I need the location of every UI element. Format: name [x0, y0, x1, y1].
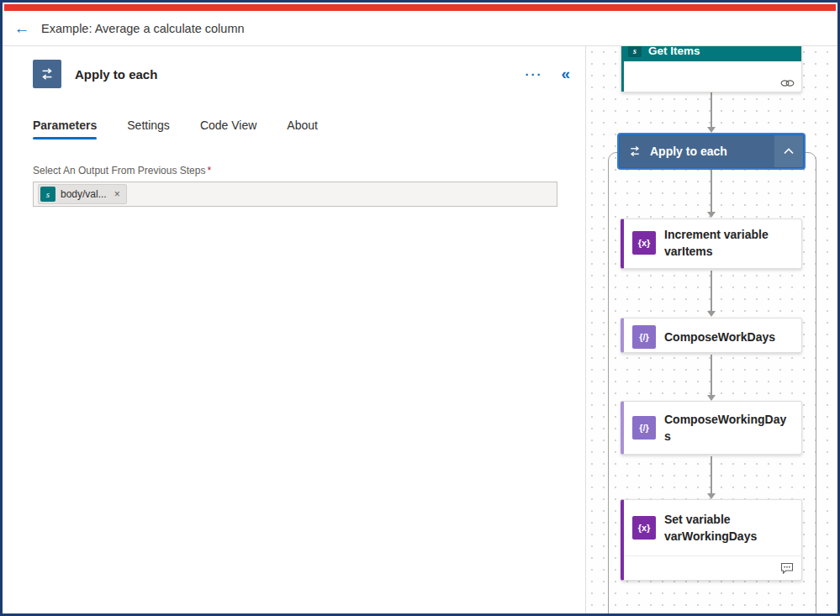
- tab-code-view[interactable]: Code View: [200, 118, 256, 140]
- connector-arrow: [711, 271, 712, 311]
- app-window: ← Example: Average a calculate column Ap…: [0, 0, 840, 616]
- collapse-pane-icon[interactable]: «: [561, 65, 570, 83]
- compose-icon: {/}: [632, 325, 656, 349]
- required-asterisk: *: [207, 165, 211, 176]
- node-row: {x} Increment variable varItems: [624, 219, 801, 267]
- node-compose-work-days[interactable]: {/} ComposeWorkDays: [621, 318, 802, 353]
- sharepoint-token-icon: s: [40, 187, 55, 202]
- loop-icon: [628, 145, 642, 158]
- action-editor-pane: Apply to each ··· « Parameters Settings …: [3, 46, 586, 613]
- token-text: body/val...: [61, 188, 107, 200]
- more-options-icon[interactable]: ···: [525, 67, 542, 82]
- node-apply-to-each[interactable]: Apply to each: [619, 134, 804, 168]
- connector-arrow: [711, 456, 712, 493]
- loop-icon: [40, 66, 55, 82]
- token-close-icon[interactable]: ×: [114, 188, 120, 200]
- header-controls: ··· «: [525, 65, 573, 83]
- comment-icon[interactable]: [780, 562, 794, 574]
- node-row: {/} ComposeWorkingDays: [624, 402, 801, 454]
- back-button[interactable]: ←: [3, 20, 41, 36]
- node-get-items[interactable]: s Get Items: [621, 46, 802, 92]
- main-body: Apply to each ··· « Parameters Settings …: [3, 46, 837, 613]
- dynamic-content-token[interactable]: s body/val... ×: [38, 184, 127, 204]
- node-title: ComposeWorkingDays: [664, 411, 790, 445]
- action-header: Apply to each ··· «: [33, 60, 573, 88]
- variable-icon: {x}: [632, 231, 656, 255]
- editor-tabs: Parameters Settings Code View About: [33, 118, 573, 140]
- collapse-scope-button[interactable]: [774, 135, 803, 167]
- node-title: Set variable varWorkingDays: [664, 511, 790, 545]
- app-header: ← Example: Average a calculate column: [3, 11, 837, 46]
- compose-icon: {/}: [632, 416, 656, 440]
- page-title: Example: Average a calculate column: [41, 22, 245, 35]
- output-select-input[interactable]: s body/val... ×: [33, 182, 557, 207]
- flow-canvas: s Get Items: [586, 46, 837, 613]
- node-title: Increment variable varItems: [664, 226, 795, 261]
- apply-to-each-title: Apply to each: [650, 145, 727, 158]
- get-items-body: [621, 61, 801, 92]
- get-items-title: Get Items: [648, 46, 700, 57]
- node-set-variable[interactable]: {x} Set variable varWorkingDays: [621, 499, 802, 581]
- apply-to-each-icon: [33, 60, 61, 88]
- field-label: Select An Output From Previous Steps*: [33, 165, 573, 176]
- get-items-header: s Get Items: [621, 46, 801, 61]
- tab-about[interactable]: About: [287, 118, 318, 140]
- node-compose-working-days[interactable]: {/} ComposeWorkingDays: [621, 401, 802, 455]
- connection-link-icon[interactable]: [780, 78, 795, 88]
- sharepoint-icon: s: [628, 46, 642, 57]
- tab-parameters[interactable]: Parameters: [33, 118, 97, 140]
- action-title: Apply to each: [75, 67, 157, 82]
- back-arrow-icon: ←: [14, 19, 30, 37]
- note-strip: [624, 555, 801, 580]
- tab-settings[interactable]: Settings: [127, 118, 170, 140]
- node-row: {/} ComposeWorkDays: [624, 319, 801, 355]
- chevron-up-icon: [784, 148, 794, 155]
- connector-arrow: [711, 355, 712, 395]
- node-title: ComposeWorkDays: [664, 329, 775, 345]
- node-row: {x} Set variable varWorkingDays: [624, 500, 801, 555]
- field-label-text: Select An Output From Previous Steps: [33, 165, 205, 176]
- top-red-bar: [4, 4, 836, 11]
- variable-icon: {x}: [632, 516, 656, 540]
- connector-arrow: [711, 90, 712, 127]
- node-increment-variable[interactable]: {x} Increment variable varItems: [621, 218, 802, 269]
- connector-arrow: [711, 170, 712, 212]
